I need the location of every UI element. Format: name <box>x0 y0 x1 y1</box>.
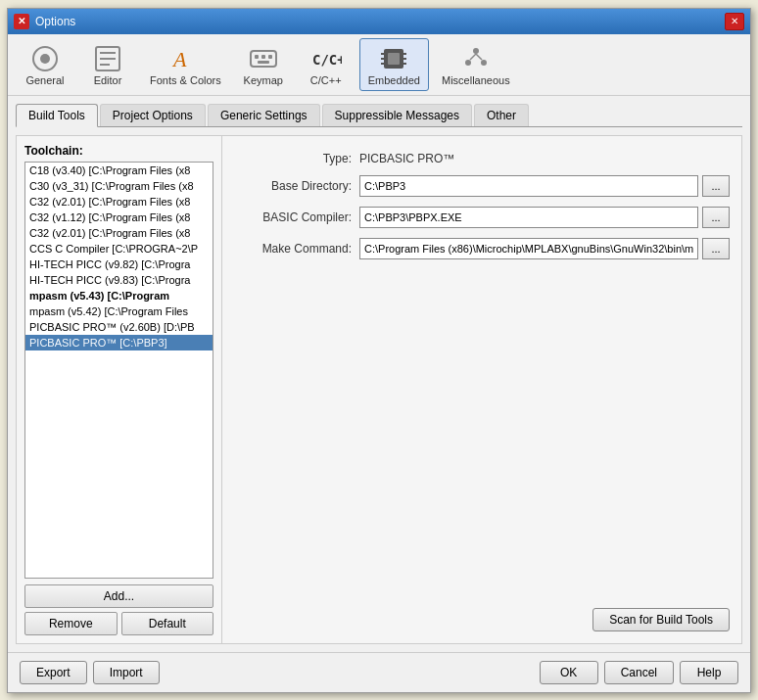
help-button[interactable]: Help <box>680 661 738 684</box>
basic-compiler-label: BASIC Compiler: <box>234 210 352 224</box>
scan-btn-area: Scan for Build Tools <box>592 608 730 631</box>
toolbar-label-embedded: Embedded <box>368 74 420 86</box>
svg-rect-10 <box>268 55 272 59</box>
toolbar-label-keymap: Keymap <box>244 74 283 86</box>
remove-button[interactable]: Remove <box>24 612 118 635</box>
title-bar-controls: ✕ <box>725 13 744 30</box>
default-button[interactable]: Default <box>121 612 214 635</box>
title-bar-left: ✕ Options <box>14 14 75 29</box>
toolbar-label-general: General <box>25 74 64 86</box>
toolchain-list[interactable]: C18 (v3.40) [C:\Program Files (x8 C30 (v… <box>24 162 213 579</box>
make-command-row: Make Command: ... <box>234 238 730 259</box>
svg-point-1 <box>40 54 50 64</box>
cpp-icon: C/C++ <box>310 43 342 74</box>
type-row: Type: PICBASIC PRO™ <box>234 152 730 165</box>
content-area: Build Tools Project Options Generic Sett… <box>8 96 750 652</box>
make-command-browse-button[interactable]: ... <box>702 238 730 259</box>
remove-default-btn-row: Remove Default <box>24 612 213 635</box>
svg-rect-11 <box>258 61 269 64</box>
svg-line-24 <box>470 54 476 60</box>
embedded-icon <box>378 43 409 74</box>
toolchain-label: Toolchain: <box>24 144 213 158</box>
svg-line-25 <box>476 54 482 60</box>
keymap-icon <box>248 43 279 74</box>
toolbar-btn-embedded[interactable]: Embedded <box>359 38 429 91</box>
cancel-button[interactable]: Cancel <box>604 661 674 684</box>
basic-compiler-browse-button[interactable]: ... <box>702 207 730 228</box>
basic-compiler-input[interactable] <box>359 207 698 228</box>
basic-compiler-row: BASIC Compiler: ... <box>234 207 730 228</box>
svg-rect-14 <box>388 53 400 65</box>
close-button[interactable]: ✕ <box>725 13 744 30</box>
svg-point-23 <box>481 60 487 66</box>
toolbar: General Editor A Fonts & Colors Keymap C… <box>8 34 750 96</box>
toolbar-btn-miscellaneous[interactable]: Miscellaneous <box>433 38 519 91</box>
export-button[interactable]: Export <box>20 661 87 684</box>
make-command-label: Make Command: <box>234 242 352 256</box>
tab-suppressible-messages[interactable]: Suppressible Messages <box>322 104 472 126</box>
type-value: PICBASIC PRO™ <box>359 152 454 165</box>
base-dir-browse-button[interactable]: ... <box>702 175 730 197</box>
list-item[interactable]: C32 (v2.01) [C:\Program Files (x8 <box>25 194 213 210</box>
list-item[interactable]: mpasm (v5.42) [C:\Program Files <box>25 303 213 319</box>
svg-text:C/C++: C/C++ <box>312 52 342 68</box>
svg-rect-9 <box>261 55 265 59</box>
left-panel: Toolchain: C18 (v3.40) [C:\Program Files… <box>17 136 222 643</box>
list-item[interactable]: C30 (v3_31) [C:\Program Files (x8 <box>25 178 213 194</box>
type-label: Type: <box>234 152 352 165</box>
toolbar-btn-keymap[interactable]: Keymap <box>234 38 293 91</box>
general-icon <box>29 43 61 74</box>
tab-build-tools[interactable]: Build Tools <box>16 104 98 127</box>
svg-text:A: A <box>171 47 187 71</box>
svg-rect-8 <box>255 55 259 59</box>
window-title: Options <box>35 15 75 28</box>
toolbar-btn-general[interactable]: General <box>16 38 74 91</box>
options-window: ✕ Options ✕ General Editor A Fonts & Col… <box>7 8 751 693</box>
list-item[interactable]: HI-TECH PICC (v9.82) [C:\Progra <box>25 257 213 272</box>
list-item[interactable]: C32 (v1.12) [C:\Program Files (x8 <box>25 210 213 225</box>
tab-bar: Build Tools Project Options Generic Sett… <box>16 104 742 127</box>
right-panel: Type: PICBASIC PRO™ Base Directory: ... … <box>222 136 741 643</box>
list-item[interactable]: PICBASIC PRO™ (v2.60B) [D:\PB <box>25 319 213 335</box>
tab-generic-settings[interactable]: Generic Settings <box>208 104 320 126</box>
svg-point-22 <box>465 60 471 66</box>
list-item[interactable]: C32 (v2.01) [C:\Program Files (x8 <box>25 225 213 241</box>
toolbar-btn-cpp[interactable]: C/C++ C/C++ <box>297 38 355 91</box>
bottom-left-buttons: Export Import <box>20 661 160 684</box>
list-item[interactable]: HI-TECH PICC (v9.83) [C:\Progra <box>25 272 213 288</box>
toolbar-label-cpp: C/C++ <box>310 74 342 86</box>
toolbar-btn-fonts_colors[interactable]: A Fonts & Colors <box>141 38 230 91</box>
svg-point-21 <box>473 48 479 54</box>
editor-icon <box>92 43 123 74</box>
make-command-input[interactable] <box>359 238 698 259</box>
base-dir-label: Base Directory: <box>234 179 352 193</box>
toolbar-label-miscellaneous: Miscellaneous <box>442 74 510 86</box>
import-button[interactable]: Import <box>93 661 160 684</box>
fonts_colors-icon: A <box>169 43 201 74</box>
ok-button[interactable]: OK <box>540 661 598 684</box>
tab-other[interactable]: Other <box>474 104 529 126</box>
miscellaneous-icon <box>460 43 492 74</box>
bottom-bar: Export Import OK Cancel Help <box>8 652 750 692</box>
list-item[interactable]: CCS C Compiler [C:\PROGRA~2\P <box>25 241 213 257</box>
list-item-selected[interactable]: PICBASIC PRO™ [C:\PBP3] <box>25 335 213 350</box>
bottom-right-buttons: OK Cancel Help <box>540 661 738 684</box>
base-dir-input[interactable] <box>359 175 698 197</box>
toolbar-label-editor: Editor <box>94 74 122 86</box>
scan-build-tools-button[interactable]: Scan for Build Tools <box>592 608 730 631</box>
window-icon: ✕ <box>14 14 29 29</box>
list-item[interactable]: C18 (v3.40) [C:\Program Files (x8 <box>25 163 213 178</box>
toolbar-label-fonts_colors: Fonts & Colors <box>150 74 221 86</box>
list-item[interactable]: mpasm (v5.43) [C:\Program <box>25 288 213 303</box>
add-btn-row: Add... <box>24 584 213 608</box>
base-dir-row: Base Directory: ... <box>234 175 730 197</box>
add-button[interactable]: Add... <box>24 584 213 608</box>
title-bar: ✕ Options ✕ <box>8 9 750 34</box>
toolbar-btn-editor[interactable]: Editor <box>78 38 137 91</box>
tab-project-options[interactable]: Project Options <box>100 104 206 126</box>
tab-content: Toolchain: C18 (v3.40) [C:\Program Files… <box>16 135 742 644</box>
